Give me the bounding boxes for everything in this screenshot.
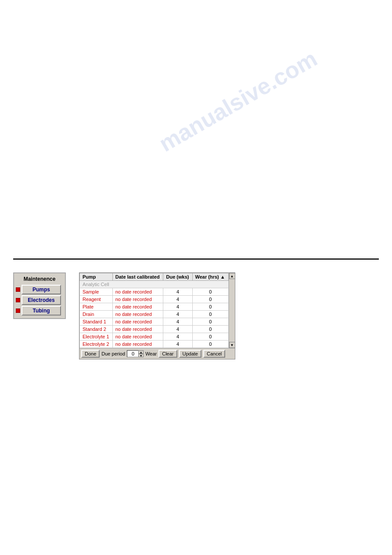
pump-name: Electrolyte 1: [80, 333, 113, 341]
table-row[interactable]: Reagent no date recorded 4 0: [80, 296, 229, 303]
due-col: 4: [163, 311, 192, 318]
wear-col: 0: [192, 311, 229, 318]
maintenance-title: Maintenence: [16, 275, 63, 283]
tubing-button[interactable]: Tubing: [22, 306, 61, 316]
table-row[interactable]: Standard 1 no date recorded 4 0: [80, 318, 229, 326]
update-button[interactable]: Update: [179, 350, 201, 358]
wear-col: 0: [192, 303, 229, 311]
due-period-down[interactable]: ▼: [138, 354, 144, 357]
table-row[interactable]: Plate no date recorded 4 0: [80, 303, 229, 311]
date-col: no date recorded: [112, 311, 163, 318]
pump-name: Sample: [80, 288, 113, 296]
col-due[interactable]: Due (wks): [163, 273, 192, 281]
wear-col: 0: [192, 288, 229, 296]
electrodes-indicator: [16, 298, 20, 302]
due-period-label: Due period: [101, 351, 125, 356]
electrodes-button[interactable]: Electrodes: [22, 295, 61, 305]
bottom-toolbar: Done Due period ▲ ▼ Wear Clear Update Ca…: [79, 348, 235, 359]
watermark: manualsive.com: [155, 45, 321, 157]
wear-col: 0: [192, 341, 229, 348]
due-col: 4: [163, 288, 192, 296]
due-col: 4: [163, 341, 192, 348]
table-scroll-area: Pump Date last calibrated Due (wks) Wear…: [79, 273, 229, 348]
due-col: 4: [163, 318, 192, 326]
electrodes-btn-row: Electrodes: [16, 295, 63, 305]
scroll-down-button[interactable]: ▼: [229, 342, 235, 348]
due-period-control: ▲ ▼: [127, 350, 144, 357]
content-area: Maintenence Pumps Electrodes Tubing Pump…: [13, 272, 235, 359]
col-wear[interactable]: Wear (hrs): [192, 273, 229, 281]
pump-name: Standard 2: [80, 326, 113, 333]
due-col: 4: [163, 333, 192, 341]
table-row[interactable]: Sample no date recorded 4 0: [80, 288, 229, 296]
clear-button[interactable]: Clear: [158, 350, 177, 358]
scroll-up-button[interactable]: ▲: [229, 273, 235, 279]
pump-name: Plate: [80, 303, 113, 311]
pump-name: Reagent: [80, 296, 113, 303]
pumps-indicator: [16, 287, 20, 292]
maintenance-panel: Maintenence Pumps Electrodes Tubing: [13, 272, 66, 319]
date-col: no date recorded: [112, 326, 163, 333]
pumps-button[interactable]: Pumps: [22, 285, 61, 294]
tubing-btn-row: Tubing: [16, 306, 63, 316]
date-col: no date recorded: [112, 318, 163, 326]
due-period-spinner: ▲ ▼: [138, 350, 144, 357]
pump-name: Electrolyte 2: [80, 341, 113, 348]
pump-name: Standard 1: [80, 318, 113, 326]
table-row[interactable]: Electrolyte 2 no date recorded 4 0: [80, 341, 229, 348]
section-header-row: Analytic Cell: [80, 281, 229, 288]
date-col: no date recorded: [112, 303, 163, 311]
date-col: no date recorded: [112, 341, 163, 348]
cancel-button[interactable]: Cancel: [203, 350, 225, 358]
date-col: no date recorded: [112, 288, 163, 296]
due-period-input[interactable]: [127, 350, 139, 357]
section-header-cell: Analytic Cell: [80, 281, 229, 288]
pump-table-panel: Pump Date last calibrated Due (wks) Wear…: [79, 272, 235, 359]
section-divider: [13, 258, 379, 260]
table-wrapper: Pump Date last calibrated Due (wks) Wear…: [79, 273, 235, 348]
wear-col: 0: [192, 318, 229, 326]
pump-name: Drain: [80, 311, 113, 318]
col-pump: Pump: [80, 273, 113, 281]
due-period-up[interactable]: ▲: [138, 350, 144, 354]
date-col: no date recorded: [112, 296, 163, 303]
table-row[interactable]: Drain no date recorded 4 0: [80, 311, 229, 318]
col-date: Date last calibrated: [112, 273, 163, 281]
wear-label: Wear: [145, 351, 157, 356]
pump-table: Pump Date last calibrated Due (wks) Wear…: [79, 273, 229, 348]
wear-col: 0: [192, 296, 229, 303]
due-col: 4: [163, 326, 192, 333]
date-col: no date recorded: [112, 333, 163, 341]
tubing-indicator: [16, 308, 20, 313]
scrollbar[interactable]: ▲ ▼: [229, 273, 235, 348]
table-row[interactable]: Electrolyte 1 no date recorded 4 0: [80, 333, 229, 341]
due-col: 4: [163, 303, 192, 311]
wear-col: 0: [192, 326, 229, 333]
table-row[interactable]: Standard 2 no date recorded 4 0: [80, 326, 229, 333]
due-col: 4: [163, 296, 192, 303]
pumps-btn-row: Pumps: [16, 285, 63, 294]
done-button[interactable]: Done: [81, 350, 100, 358]
wear-col: 0: [192, 333, 229, 341]
